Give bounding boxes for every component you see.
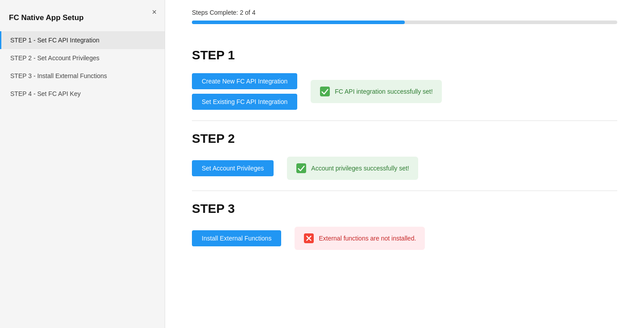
main-content: Steps Complete: 2 of 4 STEP 1 Create New… — [165, 0, 644, 328]
progress-bar-track — [192, 21, 617, 24]
step2-heading: STEP 2 — [192, 132, 617, 146]
x-icon-step3 — [303, 233, 314, 244]
progress-label: Steps Complete: 2 of 4 — [192, 9, 617, 16]
sidebar-item-step4[interactable]: STEP 4 - Set FC API Key — [0, 85, 165, 103]
step3-status-text: External functions are not installed. — [319, 235, 416, 242]
step2-status-text: Account privileges successfully set! — [311, 165, 409, 172]
set-account-privileges-button[interactable]: Set Account Privileges — [192, 160, 274, 176]
step2-buttons: Set Account Privileges — [192, 160, 274, 176]
sidebar: × FC Native App Setup STEP 1 - Set FC AP… — [0, 0, 165, 328]
sidebar-item-step2[interactable]: STEP 2 - Set Account Privileges — [0, 49, 165, 67]
step3-actions: Install External Functions External func… — [192, 227, 617, 250]
step3-heading: STEP 3 — [192, 202, 617, 216]
sidebar-title: FC Native App Setup — [0, 9, 165, 31]
step3-section: STEP 3 Install External Functions Extern… — [192, 191, 617, 261]
svg-rect-0 — [320, 87, 330, 96]
sidebar-item-step3[interactable]: STEP 3 - Install External Functions — [0, 67, 165, 85]
install-external-functions-button[interactable]: Install External Functions — [192, 230, 281, 246]
step2-status: Account privileges successfully set! — [287, 157, 418, 180]
sidebar-item-step1[interactable]: STEP 1 - Set FC API Integration — [0, 31, 165, 49]
close-button[interactable]: × — [152, 8, 157, 16]
step1-actions: Create New FC API Integration Set Existi… — [192, 73, 617, 110]
step3-buttons: Install External Functions — [192, 230, 281, 246]
progress-bar-fill — [192, 21, 405, 24]
step1-status-text: FC API integration successfully set! — [335, 88, 432, 95]
create-fc-api-button[interactable]: Create New FC API Integration — [192, 73, 297, 89]
step1-buttons: Create New FC API Integration Set Existi… — [192, 73, 297, 110]
check-icon-step1 — [320, 86, 330, 97]
step2-section: STEP 2 Set Account Privileges Account pr… — [192, 121, 617, 191]
step3-status: External functions are not installed. — [295, 227, 425, 250]
step2-actions: Set Account Privileges Account privilege… — [192, 157, 617, 180]
step1-section: STEP 1 Create New FC API Integration Set… — [192, 37, 617, 121]
step1-heading: STEP 1 — [192, 48, 617, 62]
check-icon-step2 — [296, 163, 307, 174]
svg-rect-1 — [296, 163, 306, 173]
set-existing-fc-api-button[interactable]: Set Existing FC API Integration — [192, 94, 297, 110]
step1-status: FC API integration successfully set! — [311, 80, 441, 103]
